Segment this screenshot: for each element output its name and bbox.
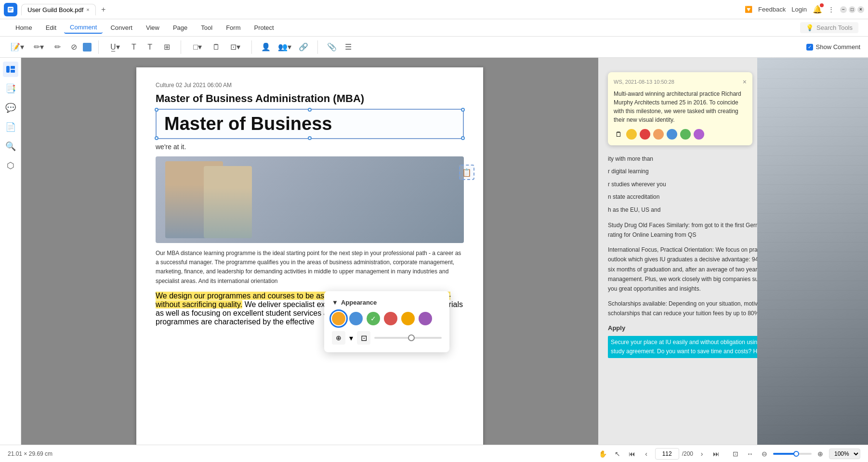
- handle-tc[interactable]: [308, 108, 312, 112]
- opacity-arrow[interactable]: ▾: [349, 334, 353, 343]
- document-body: Our MBA distance learning programme is t…: [156, 249, 464, 286]
- note-btn[interactable]: 🗒: [209, 40, 224, 54]
- toolbar-sep-1: [98, 40, 99, 54]
- comment-dot-blue[interactable]: [667, 129, 677, 140]
- comment-dot-red[interactable]: [640, 129, 650, 140]
- menu-view[interactable]: View: [140, 22, 165, 33]
- swatch-green[interactable]: ✓: [367, 312, 380, 325]
- swatch-red[interactable]: [384, 312, 397, 325]
- sticky-icon-outer[interactable]: 📋: [459, 165, 474, 180]
- pencil-btn[interactable]: ✏: [50, 40, 65, 54]
- first-page-btn[interactable]: ⏮: [626, 448, 638, 460]
- tab-close-btn[interactable]: ×: [86, 7, 89, 13]
- menu-convert[interactable]: Convert: [105, 22, 138, 33]
- minimize-button[interactable]: −: [840, 6, 847, 13]
- show-comment-checkbox[interactable]: ✓: [806, 44, 813, 51]
- sticky-note-btn[interactable]: 📝▾: [8, 40, 27, 54]
- swatch-purple[interactable]: [419, 312, 432, 325]
- underline-btn[interactable]: U̲▾: [105, 40, 125, 54]
- search-tools[interactable]: 💡 Search Tools: [800, 22, 858, 33]
- swatch-orange[interactable]: [401, 312, 415, 325]
- handle-bc[interactable]: [308, 136, 312, 140]
- handle-br[interactable]: [461, 136, 465, 140]
- last-page-btn[interactable]: ⏭: [710, 448, 722, 460]
- sidebar-layers-btn[interactable]: ⬡: [3, 158, 18, 173]
- zoom-percent-select[interactable]: 100%: [829, 449, 860, 459]
- opacity-icon-btn[interactable]: ⊕: [332, 331, 345, 345]
- sidebar-panel-toggle[interactable]: [3, 62, 18, 77]
- page-tools: ✋ ↖ ⏮ ‹ /200 › ⏭: [597, 448, 722, 460]
- feedback-btn[interactable]: Feedback: [758, 6, 786, 13]
- comment-dot-purple[interactable]: [694, 129, 704, 140]
- zoom-out-btn[interactable]: ⊖: [759, 448, 770, 460]
- image-person2: [204, 166, 252, 238]
- sidebar-search-btn[interactable]: 🔍: [3, 139, 18, 154]
- maximize-button[interactable]: □: [849, 6, 855, 13]
- prev-page-btn[interactable]: ‹: [641, 448, 652, 460]
- share-btn[interactable]: 🔗: [296, 40, 311, 54]
- handle-tr[interactable]: [461, 108, 465, 112]
- handle-tl[interactable]: [155, 108, 158, 112]
- sidebar-comments-btn[interactable]: 💬: [3, 100, 18, 116]
- comment-dot-yellow[interactable]: [626, 129, 637, 140]
- textbox-btn[interactable]: Ꭲ: [143, 40, 158, 54]
- collapse-btn[interactable]: 🔽: [745, 6, 752, 13]
- menu-home[interactable]: Home: [10, 22, 38, 33]
- show-comment-area: ✓ Show Comment: [806, 43, 860, 51]
- swatch-blue[interactable]: [349, 312, 363, 325]
- next-page-btn[interactable]: ›: [696, 448, 708, 460]
- close-button[interactable]: ×: [857, 6, 864, 13]
- swatch-yellow[interactable]: [332, 312, 345, 325]
- text-btn[interactable]: T: [127, 40, 141, 54]
- comment-note-btn[interactable]: 🗒: [614, 129, 623, 139]
- menu-protect[interactable]: Protect: [249, 22, 280, 33]
- markup-btn[interactable]: ✏▾: [29, 40, 48, 54]
- toolbar-group-4: 👤 👥▾ 🔗: [259, 40, 311, 54]
- comment-dot-orange[interactable]: [653, 129, 664, 140]
- menu-tool[interactable]: Tool: [195, 22, 218, 33]
- active-tab[interactable]: User Guild Book.pdf ×: [21, 4, 96, 15]
- page-size-info: 21.01 × 29.69 cm: [8, 450, 53, 457]
- menu-comment[interactable]: Comment: [64, 22, 103, 34]
- zoom-slider-thumb[interactable]: [793, 451, 799, 457]
- shape-btn[interactable]: □▾: [188, 40, 207, 54]
- menu-page[interactable]: Page: [167, 22, 193, 33]
- sidebar-bookmarks-btn[interactable]: 📄: [3, 119, 18, 135]
- handle-bl[interactable]: [155, 136, 158, 140]
- hand-tool-btn[interactable]: ✋: [597, 448, 609, 460]
- comment-close-btn[interactable]: ×: [743, 78, 747, 86]
- sticky-note-trigger[interactable]: 📋: [459, 165, 474, 180]
- color-square[interactable]: [83, 43, 92, 51]
- menu-form[interactable]: Form: [220, 22, 246, 33]
- list-btn[interactable]: ☰: [341, 40, 355, 54]
- new-tab-button[interactable]: +: [98, 4, 109, 15]
- text-selection-box: Master of Business: [156, 109, 464, 139]
- sidebar-thumbnail-btn[interactable]: 📑: [3, 81, 18, 96]
- document-page: Culture 02 Jul 2021 06:00 AM Master of B…: [136, 67, 483, 445]
- appearance-arrow[interactable]: ▼: [332, 299, 338, 306]
- fit-width-btn[interactable]: ↔: [744, 448, 756, 460]
- opacity-thumb[interactable]: [408, 334, 415, 341]
- eraser-btn[interactable]: ⊘: [66, 40, 81, 54]
- svg-rect-5: [11, 70, 15, 73]
- toolbar: 📝▾ ✏▾ ✏ ⊘ U̲▾ T Ꭲ ⊞ □▾ 🗒 ⊡▾ 👤 👥▾ 🔗 📎 ☰ ✓…: [0, 37, 868, 58]
- stamp-btn[interactable]: ⊡▾: [225, 40, 245, 54]
- opacity-slider[interactable]: [374, 337, 442, 339]
- more-btn[interactable]: ⋮: [828, 6, 834, 13]
- attachment-btn[interactable]: 📎: [325, 40, 339, 54]
- menu-edit[interactable]: Edit: [40, 22, 62, 33]
- select-tool-btn[interactable]: ↖: [612, 448, 623, 460]
- comment-dot-green[interactable]: [680, 129, 691, 140]
- add-user-btn[interactable]: 👤: [259, 40, 273, 54]
- login-btn[interactable]: Login: [791, 6, 807, 13]
- group-btn[interactable]: 👥▾: [275, 40, 294, 54]
- zoom-slider[interactable]: [773, 453, 812, 455]
- opacity-pattern-btn[interactable]: ⊡: [357, 331, 370, 345]
- bottombar: 21.01 × 29.69 cm ✋ ↖ ⏮ ‹ /200 › ⏭ ⊡ ↔ ⊖ …: [0, 445, 868, 462]
- current-page-input[interactable]: [655, 448, 679, 460]
- callout-btn[interactable]: ⊞: [159, 40, 174, 54]
- fit-page-btn[interactable]: ⊡: [730, 448, 741, 460]
- appearance-title: ▼ Appearance: [332, 299, 442, 306]
- zoom-in-btn[interactable]: ⊕: [815, 448, 826, 460]
- comment-bubble: WS, 2021-08-13 10:50:28 × Multi-award wi…: [608, 72, 752, 145]
